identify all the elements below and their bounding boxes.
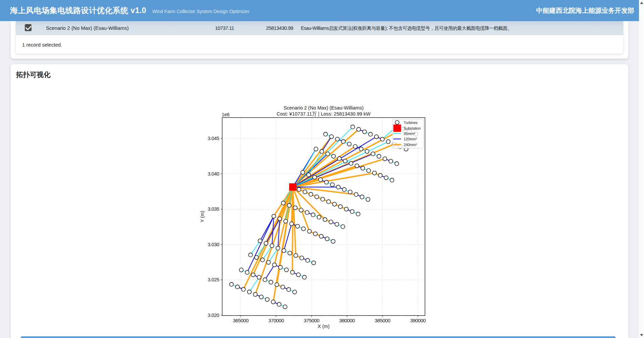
app-header-content: 海上风电场集电线路设计优化系统 v1.0 Wind Farm Collector… — [0, 0, 639, 21]
page-scrollbar[interactable] — [639, 0, 644, 338]
scrollbar-down-icon[interactable] — [639, 333, 644, 338]
scenario-loss: 25813430.99 — [266, 21, 293, 35]
app-header: 海上风电场集电线路设计优化系统 v1.0 Wind Farm Collector… — [0, 0, 639, 21]
results-card: Scenario 2 (No Max) (Esau-Williams) 1073… — [11, 21, 628, 59]
scrollbar-up-icon[interactable] — [639, 0, 644, 5]
scenario-row[interactable]: Scenario 2 (No Max) (Esau-Williams) 1073… — [16, 21, 623, 35]
section-title: 拓扑可视化 — [16, 70, 51, 79]
row-checkbox[interactable] — [25, 24, 32, 31]
app-title: 海上风电场集电线路设计优化系统 v1.0 — [10, 5, 146, 16]
app-subtitle: Wind Farm Collector System Design Optimi… — [152, 9, 249, 14]
scenario-desc: Esau-Williams启发式算法(权衡距离与容量); 不包含可选电缆型号，且… — [301, 21, 512, 35]
topology-card: 拓扑可视化 — [11, 64, 628, 338]
scenario-cost: 10737.11 — [215, 21, 234, 35]
scenario-name: Scenario 2 (No Max) (Esau-Williams) — [46, 21, 129, 35]
app-org: 中能建西北院海上能源业务开发部 — [536, 6, 635, 15]
bottom-section-bar — [21, 336, 615, 338]
selection-status: 1 record selected. — [22, 35, 62, 54]
results-table: Scenario 2 (No Max) (Esau-Williams) 1073… — [16, 21, 623, 54]
